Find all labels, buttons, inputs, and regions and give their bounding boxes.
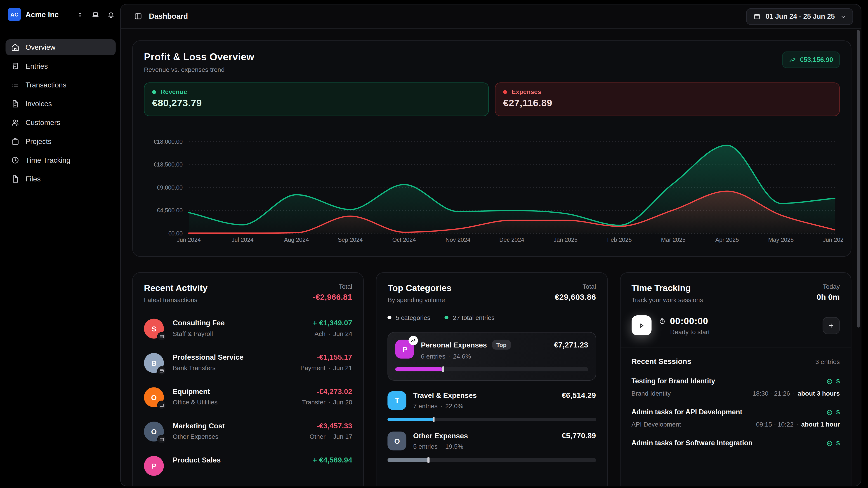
dollar-icon: $ xyxy=(836,378,840,385)
credit-card-icon xyxy=(157,332,166,341)
category-pct: 19.5% xyxy=(445,443,463,450)
laptop-icon[interactable] xyxy=(92,11,99,18)
transaction-row[interactable]: B Professional Service Bank Transfers -€… xyxy=(144,353,352,380)
y-tick-label: €0.00 xyxy=(168,230,183,236)
x-tick-label: Aug 2024 xyxy=(284,236,309,243)
x-tick-label: Sep 2024 xyxy=(338,236,363,243)
plus-icon xyxy=(828,322,835,329)
session-row[interactable]: Admin tasks for API Development $ API De… xyxy=(631,408,840,428)
category-pct: 22.0% xyxy=(445,402,463,409)
credit-card-icon xyxy=(157,400,166,410)
avatar: P xyxy=(144,456,164,476)
date-range-picker[interactable]: 01 Jun 24 - 25 Jun 25 xyxy=(746,8,853,25)
briefcase-icon xyxy=(11,137,20,145)
transaction-amount: -€1,155.17 xyxy=(301,353,352,361)
revenue-summary-card[interactable]: Revenue €80,273.79 xyxy=(144,83,489,116)
category-row-other-expenses[interactable]: O Other Expenses €5,770.89 5 entries·19.… xyxy=(388,431,596,462)
x-tick-label: Feb 2025 xyxy=(607,236,632,243)
file-icon xyxy=(11,175,20,183)
panel-left-icon[interactable] xyxy=(134,12,143,21)
pnl-title: Profit & Loss Overview xyxy=(144,52,254,63)
pnl-chart: €18,000.00€13,500.00€9,000.00€4,500.00€0… xyxy=(144,135,843,246)
list-icon xyxy=(11,81,20,89)
file-text-icon xyxy=(11,100,20,108)
sidebar-item-entries[interactable]: Entries xyxy=(5,58,116,74)
transaction-method: Transfer xyxy=(302,399,326,405)
category-progress xyxy=(395,367,588,371)
transaction-date: Jun 21 xyxy=(333,365,352,371)
categories-legend: 5 categories 27 total entries xyxy=(388,314,596,321)
add-session-button[interactable] xyxy=(823,317,840,334)
sidebar-item-overview[interactable]: Overview xyxy=(5,39,116,55)
transaction-title: Consulting Fee xyxy=(173,319,304,327)
category-entries: 6 entries xyxy=(421,353,445,359)
transaction-title: Marketing Cost xyxy=(173,422,301,430)
transaction-title: Equipment xyxy=(173,387,293,396)
category-avatar: T xyxy=(388,391,406,410)
credit-card-icon xyxy=(157,435,166,444)
session-row[interactable]: Testing for Brand Identity $ Brand Ident… xyxy=(631,377,840,397)
start-timer-button[interactable] xyxy=(631,315,651,335)
total-label: Total xyxy=(313,283,352,290)
trending-up-icon xyxy=(789,56,796,64)
session-row[interactable]: Admin tasks for Software Integration $ xyxy=(631,439,840,447)
sidebar-item-label: Projects xyxy=(26,137,52,145)
sessions-count: 3 entries xyxy=(815,358,840,365)
session-project: API Development xyxy=(631,421,756,428)
category-amount: €7,271.23 xyxy=(554,340,588,349)
transaction-title: Product Sales xyxy=(173,456,304,464)
session-duration: about 3 hours xyxy=(798,390,840,397)
sidebar: AC Acme Inc Overview Entries Transaction… xyxy=(0,0,120,488)
expenses-label: Expenses xyxy=(512,89,541,95)
check-circle-icon xyxy=(826,378,832,384)
transaction-list: S Consulting Fee Staff & Payroll + €1,34… xyxy=(144,319,352,483)
sidebar-item-transactions[interactable]: Transactions xyxy=(5,77,116,93)
category-row-personal-expenses[interactable]: P Personal Expenses Top €7,271.23 6 entr… xyxy=(388,332,596,380)
session-time: 09:15 - 10:22 xyxy=(756,421,794,428)
divider xyxy=(620,347,851,348)
total-label: Total xyxy=(555,283,596,290)
transaction-method: Payment xyxy=(301,365,326,371)
recent-activity-subtitle: Latest transactions xyxy=(144,297,208,303)
session-title: Testing for Brand Identity xyxy=(631,377,715,385)
company-name: Acme Inc xyxy=(26,10,72,19)
legend-dot xyxy=(388,316,391,320)
sidebar-item-customers[interactable]: Customers xyxy=(5,115,116,131)
today-label: Today xyxy=(816,283,840,290)
transaction-row[interactable]: S Consulting Fee Staff & Payroll + €1,34… xyxy=(144,319,352,346)
today-total: 0h 0m xyxy=(816,293,840,302)
date-range-value: 01 Jun 24 - 25 Jun 25 xyxy=(766,12,835,20)
expenses-summary-card[interactable]: Expenses €27,116.89 xyxy=(495,83,840,116)
transaction-row[interactable]: O Equipment Office & Utilities -€4,273.0… xyxy=(144,387,352,414)
timer-status: Ready to start xyxy=(670,328,815,335)
bell-icon[interactable] xyxy=(107,11,115,18)
category-amount: €6,514.29 xyxy=(562,391,596,399)
receipt-icon xyxy=(11,62,20,70)
transaction-row[interactable]: P Product Sales + €4,569.94 xyxy=(144,456,352,483)
calendar-icon xyxy=(753,13,761,20)
chevron-down-icon xyxy=(840,13,846,20)
sidebar-item-invoices[interactable]: Invoices xyxy=(5,96,116,112)
expenses-value: €27,116.89 xyxy=(503,97,831,109)
sidebar-item-files[interactable]: Files xyxy=(5,171,116,187)
sidebar-item-label: Files xyxy=(26,175,41,183)
y-tick-label: €9,000.00 xyxy=(157,184,183,191)
workspace-header[interactable]: AC Acme Inc xyxy=(5,8,116,21)
dollar-icon: $ xyxy=(836,440,840,447)
x-tick-label: Jun 2024 xyxy=(177,236,201,243)
scrollbar[interactable] xyxy=(857,30,860,328)
transaction-date: Jun 17 xyxy=(333,433,352,440)
transaction-category: Office & Utilities xyxy=(173,399,293,405)
sidebar-item-label: Customers xyxy=(26,119,60,127)
transaction-row[interactable]: O Marketing Cost Other Expenses -€3,457.… xyxy=(144,422,352,448)
content: Profit & Loss Overview Revenue vs. expen… xyxy=(121,29,861,486)
chevrons-up-down-icon[interactable] xyxy=(76,11,84,18)
x-tick-label: Mar 2025 xyxy=(661,236,686,243)
category-row-travel-expenses[interactable]: T Travel & Expenses €6,514.29 7 entries·… xyxy=(388,391,596,421)
sidebar-item-time-tracking[interactable]: Time Tracking xyxy=(5,152,116,168)
sidebar-item-projects[interactable]: Projects xyxy=(5,133,116,149)
y-tick-label: €13,500.00 xyxy=(154,161,183,168)
pnl-subtitle: Revenue vs. expenses trend xyxy=(144,66,254,73)
x-tick-label: Nov 2024 xyxy=(445,236,470,243)
recent-activity-title: Recent Activity xyxy=(144,283,208,293)
